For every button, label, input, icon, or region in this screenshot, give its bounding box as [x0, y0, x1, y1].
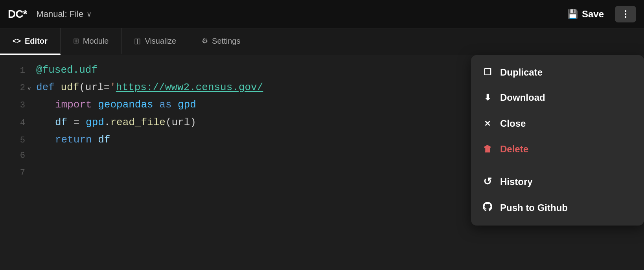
line-num-1: 1: [9, 63, 25, 78]
menu-label-duplicate: Duplicate: [500, 67, 543, 78]
history-icon: ↺: [482, 176, 493, 188]
code-content-3: import geopandas as gpd: [36, 96, 196, 113]
line-num-4: 4: [9, 116, 25, 130]
line-num-5: 5: [9, 133, 25, 148]
tab-visualize[interactable]: ◫ Visualize: [121, 28, 189, 55]
trash-icon: 🗑: [482, 144, 493, 154]
tabs-bar: <> Editor ⊞ Module ◫ Visualize ⚙ Setting…: [0, 28, 644, 55]
topbar-right: 💾 Save ⋮: [561, 6, 636, 23]
menu-item-push-github[interactable]: Push to Github: [471, 195, 644, 221]
menu-label-delete: Delete: [500, 144, 528, 155]
editor-area: 1 @fused.udf 2 v def udf(url='https://ww…: [0, 55, 644, 270]
code-content-2: def udf(url='https://www2.census.gov/: [36, 79, 263, 96]
menu-label-close: Close: [500, 118, 526, 129]
menu-item-download[interactable]: ⬇ Download: [471, 85, 644, 110]
line-num-2: 2: [9, 81, 25, 95]
logo: DC*: [8, 8, 27, 20]
menu-item-duplicate[interactable]: ❐ Duplicate: [471, 60, 644, 85]
line-num-6: 6: [9, 148, 25, 163]
github-icon: [482, 202, 493, 214]
fold-2: v: [28, 84, 35, 94]
code-content-4: df = gpd.read_file(url): [36, 114, 196, 131]
line-num-7: 7: [9, 166, 25, 180]
topbar: DC* Manual: File ∨ 💾 Save ⋮: [0, 0, 644, 28]
tab-editor-label: Editor: [25, 37, 48, 46]
code-content-1: @fused.udf: [36, 61, 98, 79]
visualize-icon: ◫: [134, 37, 141, 45]
close-icon: ×: [482, 117, 493, 129]
code-content-5: return df: [36, 131, 110, 148]
chevron-down-icon: ∨: [86, 10, 92, 18]
menu-item-delete[interactable]: 🗑 Delete: [471, 137, 644, 162]
dropdown-menu: ❐ Duplicate ⬇ Download × Close 🗑 Delete …: [471, 55, 644, 226]
tab-editor[interactable]: <> Editor: [0, 28, 61, 55]
menu-label-history: History: [500, 176, 533, 187]
tab-visualize-label: Visualize: [145, 37, 176, 46]
tab-settings-label: Settings: [212, 37, 240, 46]
save-icon: 💾: [567, 9, 578, 19]
editor-icon: <>: [13, 37, 21, 45]
module-icon: ⊞: [73, 37, 79, 45]
more-button[interactable]: ⋮: [615, 6, 636, 22]
save-label: Save: [582, 9, 604, 20]
file-title-container[interactable]: Manual: File ∨: [36, 9, 92, 19]
menu-item-history[interactable]: ↺ History: [471, 168, 644, 195]
tab-module[interactable]: ⊞ Module: [61, 28, 122, 55]
file-title-text: Manual: File: [36, 9, 83, 19]
menu-label-push-github: Push to Github: [500, 202, 568, 213]
line-num-3: 3: [9, 98, 25, 113]
menu-label-download: Download: [500, 92, 545, 103]
menu-item-close[interactable]: × Close: [471, 110, 644, 137]
menu-divider: [471, 165, 644, 165]
tab-module-label: Module: [83, 37, 109, 46]
save-button[interactable]: 💾 Save: [561, 6, 610, 23]
tab-settings[interactable]: ⚙ Settings: [189, 28, 253, 55]
settings-icon: ⚙: [202, 37, 208, 45]
duplicate-icon: ❐: [482, 67, 493, 78]
download-icon: ⬇: [482, 92, 493, 103]
